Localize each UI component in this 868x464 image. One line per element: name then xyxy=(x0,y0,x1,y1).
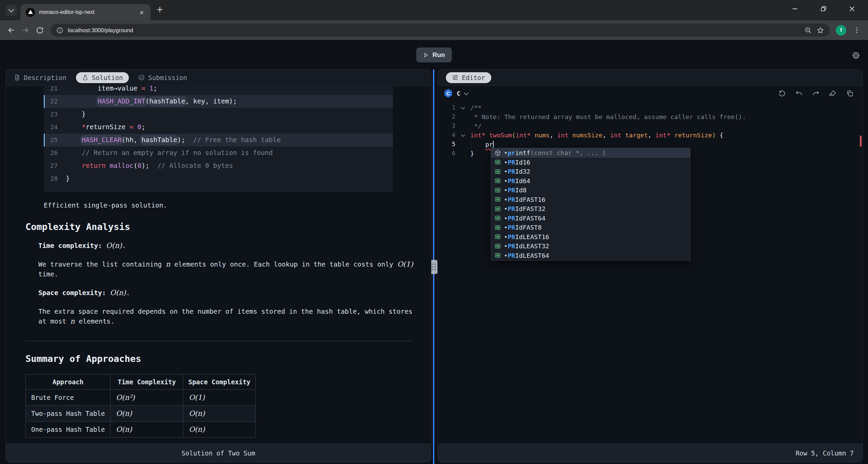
zoom-out-icon[interactable] xyxy=(804,26,812,34)
reset-code-button[interactable] xyxy=(778,90,786,97)
fold-chevron-icon[interactable] xyxy=(461,105,465,110)
enum-member-icon xyxy=(494,224,501,231)
table-row: Two-pass Hash TableO(n)O(n) xyxy=(26,406,256,422)
suggestion-item[interactable]: •printf(const char *, ... ) xyxy=(491,148,690,158)
editor-line[interactable]: 2 * Note: The returned array must be mal… xyxy=(438,112,863,121)
format-code-button[interactable] xyxy=(829,90,837,97)
tab-description[interactable]: Description xyxy=(14,74,66,81)
enum-member-icon xyxy=(494,233,501,240)
restore-button[interactable] xyxy=(820,5,827,13)
code-line: 25 HASH_CLEAR(hh, hashTable); // Free th… xyxy=(44,134,393,147)
suggestion-item[interactable]: •PRId8 xyxy=(491,186,690,195)
editor-line[interactable]: 3 */ xyxy=(438,121,863,131)
edit-pencil-icon xyxy=(452,74,458,81)
browser-tab-strip: monaco-editor-lsp-next × + xyxy=(0,0,868,20)
document-icon xyxy=(14,74,20,81)
tab-submission[interactable]: Submission xyxy=(138,74,187,81)
enum-member-icon xyxy=(494,177,501,184)
url-text: localhost:3000/playground xyxy=(68,27,133,34)
editor-line[interactable]: 1/** xyxy=(438,103,863,112)
table-row: One-pass Hash TableO(n)O(n) xyxy=(26,422,256,438)
enum-member-icon xyxy=(494,206,501,212)
tab-description-label: Description xyxy=(24,74,66,81)
browser-tab[interactable]: monaco-editor-lsp-next × xyxy=(20,4,151,20)
address-bar[interactable]: localhost:3000/playground xyxy=(51,24,830,37)
space-complexity-paragraph: Space complexity: O(n). xyxy=(38,288,420,298)
error-overview-mark xyxy=(860,136,862,147)
chevron-down-icon xyxy=(8,6,14,12)
tab-title: monaco-editor-lsp-next xyxy=(39,9,138,15)
editor-line[interactable]: 4int* twoSum(int* nums, int numsSize, in… xyxy=(438,131,863,140)
fold-chevron-icon[interactable] xyxy=(461,133,465,137)
tab-solution-label: Solution xyxy=(92,74,123,81)
summary-heading: Summary of Approaches xyxy=(25,353,431,364)
bookmark-star-icon[interactable] xyxy=(816,26,824,34)
solution-note: Efficient single-pass solution. xyxy=(44,201,431,209)
run-button[interactable]: Run xyxy=(416,47,452,62)
c-language-icon: C xyxy=(444,89,453,98)
code-line: 26 // Return an empty array if no soluti… xyxy=(44,147,393,159)
tab-solution[interactable]: Solution xyxy=(76,72,129,83)
close-window-button[interactable] xyxy=(848,5,856,13)
browser-menu-button[interactable] xyxy=(850,23,864,37)
code-line: 21 item→value = 1; xyxy=(44,85,393,95)
copy-code-button[interactable] xyxy=(846,90,854,97)
settings-gear-icon[interactable] xyxy=(851,51,861,60)
complexity-analysis-heading: Complexity Analysis xyxy=(25,221,431,232)
suggestion-item[interactable]: •PRId16 xyxy=(491,158,690,167)
code-line: 24 *returnSize = 0; xyxy=(44,121,393,134)
table-header-cell: Space Complexity xyxy=(183,374,256,390)
code-line: 23 } xyxy=(44,108,393,121)
solution-footer: Solution of Two Sum xyxy=(6,444,431,462)
solution-panel: Description Solution Submission 21 item→… xyxy=(5,69,431,463)
tab-search-button[interactable] xyxy=(5,4,17,16)
suggestion-item[interactable]: •PRIdFAST64 xyxy=(491,214,690,223)
minimize-button[interactable] xyxy=(791,5,799,13)
forward-button[interactable] xyxy=(18,23,33,37)
suggestion-item[interactable]: •PRIdFAST32 xyxy=(491,204,690,214)
suggestion-item[interactable]: •PRId32 xyxy=(491,167,690,176)
traverse-paragraph: We traverse the list containing n elemen… xyxy=(38,259,420,279)
tab-editor[interactable]: Editor xyxy=(446,72,491,83)
editor-toolbar: C C xyxy=(438,85,863,101)
run-label: Run xyxy=(433,51,445,59)
table-header-cell: Approach xyxy=(26,374,111,390)
enum-member-icon xyxy=(494,187,501,194)
redo-button[interactable] xyxy=(812,90,820,97)
editor-line[interactable]: 5 pr xyxy=(438,140,863,149)
reload-button[interactable] xyxy=(33,23,47,37)
language-select-chevron-icon[interactable] xyxy=(464,90,469,95)
playground-app: Run Description Solution Submission xyxy=(0,40,868,464)
suggestion-item[interactable]: •PRIdFAST8 xyxy=(491,223,690,232)
tab-close-button[interactable]: × xyxy=(138,8,145,17)
site-info-icon[interactable] xyxy=(56,27,63,34)
suggestion-item[interactable]: •PRIdLEAST32 xyxy=(491,241,690,251)
back-button[interactable] xyxy=(4,23,18,37)
new-tab-button[interactable]: + xyxy=(157,4,163,15)
table-header-row: ApproachTime ComplexitySpace Complexity xyxy=(26,374,256,390)
cursor-position-status: Row 5, Column 7 xyxy=(438,444,863,462)
code-line: 28} xyxy=(44,172,393,185)
suggestion-item[interactable]: •PRIdLEAST64 xyxy=(491,251,690,260)
editor-area[interactable]: C C 1/**2 * Note: The returned array mus… xyxy=(438,85,863,444)
check-circle-icon xyxy=(138,74,145,81)
suggestion-item[interactable]: •PRIdFAST16 xyxy=(491,195,690,205)
enum-member-icon xyxy=(494,159,501,166)
suggestion-item[interactable]: •PRIdLEAST16 xyxy=(491,232,690,242)
extra-space-paragraph: The extra space required depends on the … xyxy=(38,307,420,326)
suggestion-item[interactable]: •PRId64 xyxy=(491,176,690,186)
enum-member-icon xyxy=(494,252,501,259)
browser-toolbar: localhost:3000/playground f xyxy=(0,20,868,40)
solution-content[interactable]: 21 item→value = 1;22 HASH_ADD_INT(hashTa… xyxy=(6,85,431,444)
undo-button[interactable] xyxy=(795,90,803,97)
profile-avatar[interactable]: f xyxy=(836,25,846,36)
code-line: 22 HASH_ADD_INT(hashTable, key, item); xyxy=(44,95,393,108)
approaches-table: ApproachTime ComplexitySpace Complexity … xyxy=(25,374,256,438)
language-label: C xyxy=(457,90,460,97)
method-icon xyxy=(494,150,501,156)
text-cursor xyxy=(493,141,494,148)
autocomplete-popup: •printf(const char *, ... )•PRId16•PRId3… xyxy=(491,148,690,260)
tab-submission-label: Submission xyxy=(148,74,187,81)
enum-member-icon xyxy=(494,243,501,250)
editor-panel: Editor C C 1/**2 * Note: The retu xyxy=(437,69,863,463)
